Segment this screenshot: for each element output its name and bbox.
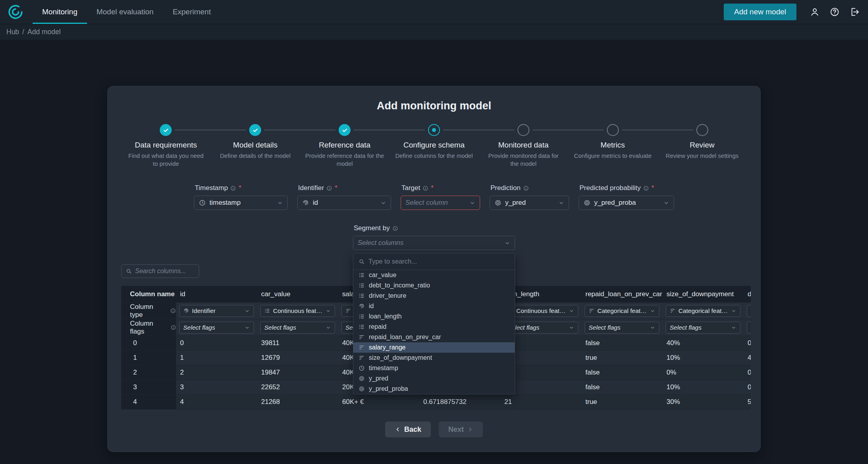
step-model-details[interactable]: Model details Define details of the mode… [211,124,300,167]
step-label: Data requirements [121,141,211,149]
option-loan-length[interactable]: loan_length [353,311,515,322]
logout-button[interactable] [847,4,862,20]
predicted-probability-field: Predicted probability * y_pred_proba [579,184,674,210]
info-icon[interactable] [643,185,649,191]
column-flags-select-id[interactable]: Select flags [179,322,254,334]
chevron-right-icon [467,426,473,433]
step-data-requirements[interactable]: Data requirements Find out what data you… [121,124,211,167]
flags-cell: Select flags [176,319,257,336]
info-icon[interactable] [170,324,176,330]
option-car-value[interactable]: car_value [353,270,515,280]
select-placeholder: Select flags [589,324,620,331]
option-salary-range[interactable]: salary_range [353,342,515,353]
chevron-down-icon [469,200,475,206]
table-cell: 4 [744,351,751,365]
target-icon [358,386,365,392]
category-icon [670,308,676,314]
search-icon [126,268,132,274]
prediction-select[interactable]: y_pred [490,196,569,210]
numbered-list-icon [264,308,270,314]
dropdown-options: car_value debt_to_income_ratio driver_te… [353,270,515,394]
column-flags-select-car-value[interactable]: Select flags [260,322,335,334]
option-label: debt_to_income_ratio [369,282,430,289]
row-label-text: Column type [130,303,167,319]
search-columns-input[interactable] [135,268,195,275]
next-button[interactable]: Next [439,421,483,437]
step-configure-schema[interactable]: Configure schema Define columns for the … [389,124,479,167]
target-select[interactable]: Select column [401,196,480,210]
chevron-down-icon [380,200,386,206]
fingerprint-icon [358,303,365,309]
info-icon[interactable] [422,185,428,191]
table-cell: false [581,365,663,380]
option-y-pred-proba[interactable]: y_pred_proba [353,384,515,394]
nav-model-evaluation[interactable]: Model evaluation [87,0,163,24]
option-label: y_pred [369,375,388,382]
column-type-select-driver-tenure[interactable]: Continuous feature [747,305,751,317]
profile-button[interactable] [807,4,823,20]
clock-icon [358,365,365,371]
timestamp-field: Timestamp * timestamp [194,184,288,210]
app-logo[interactable] [7,4,24,20]
info-icon[interactable] [170,308,176,314]
table-cell: 39811 [257,336,338,350]
row-index: 2 [121,365,176,380]
table-cell: 5 [744,395,751,409]
flags-cell: Select flags [581,319,663,336]
option-size-of-downpayment[interactable]: size_of_downpayment [353,353,515,363]
add-new-model-button[interactable]: Add new model [724,4,796,20]
predicted-probability-select[interactable]: y_pred_proba [579,196,674,210]
nav-experiment[interactable]: Experiment [163,0,220,24]
nav-monitoring[interactable]: Monitoring [33,0,87,24]
info-icon[interactable] [392,225,398,231]
option-y-pred[interactable]: y_pred [353,373,515,384]
select-value: id [313,199,318,207]
table-cell: 0% [663,365,744,380]
option-repaid-loan-on-prev-car[interactable]: repaid_loan_on_prev_car [353,332,515,342]
column-type-select-repaid-loan-on-prev-car[interactable]: Categorical feature [585,305,659,317]
segment-by-label: Segment by [354,224,515,232]
help-button[interactable] [827,4,843,20]
column-type-select-size-of-downpayment[interactable]: Categorical feature [666,305,740,317]
row-index: 3 [121,380,176,394]
option-repaid[interactable]: repaid [353,322,515,332]
chevron-down-icon [244,325,250,330]
back-button[interactable]: Back [385,421,431,437]
table-cell: 30% [663,395,744,409]
dropdown-search-input[interactable] [368,258,510,265]
type-cell: Categorical feature [581,303,663,319]
option-label: repaid_loan_on_prev_car [369,334,441,341]
column-header-car-value: car_value [257,286,338,302]
column-type-select-car-value[interactable]: Continuous feature [260,305,335,317]
select-value: y_pred_proba [594,199,636,207]
breadcrumb-current: Add model [27,28,61,36]
option-label: id [369,303,374,310]
numbered-list-icon [358,272,365,278]
timestamp-select[interactable]: timestamp [194,196,288,210]
column-flags-select-size-of-downpayment[interactable]: Select flags [666,322,740,334]
option-id[interactable]: id [353,301,515,311]
step-reference-data[interactable]: Reference data Provide reference data fo… [300,124,389,167]
table-cell: 4 [176,395,257,409]
table-cell: 0.6718875732 [419,395,500,409]
category-icon [358,344,365,351]
option-timestamp[interactable]: timestamp [353,363,515,373]
info-icon[interactable] [230,185,236,191]
corner-header: Column name [121,286,176,302]
breadcrumb-hub[interactable]: Hub [6,28,19,36]
column-flags-select-repaid-loan-on-prev-car[interactable]: Select flags [585,322,659,334]
identifier-select[interactable]: id [297,196,391,210]
option-debt-to-income-ratio[interactable]: debt_to_income_ratio [353,280,515,291]
column-type-select-id[interactable]: Identifier [179,305,254,317]
prediction-field: Prediction y_pred [490,184,569,210]
chevron-down-icon [731,325,736,330]
step-subtitle: Review your model settings [663,152,742,160]
info-icon[interactable] [523,185,529,191]
info-icon[interactable] [326,185,332,191]
option-driver-tenure[interactable]: driver_tenure [353,291,515,301]
column-flags-select-driver-tenure[interactable]: Select flags [747,322,751,334]
logout-icon [849,7,860,17]
column-type-label: Column type [121,303,176,319]
segment-by-select[interactable]: Select columns [353,236,515,250]
select-placeholder: Select flags [670,324,701,331]
